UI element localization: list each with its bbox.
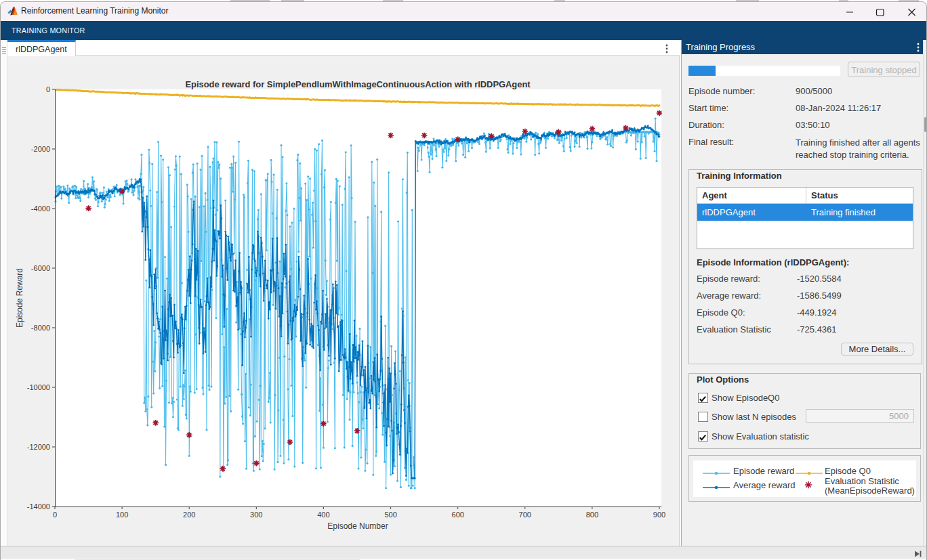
svg-text:400: 400 <box>317 511 329 519</box>
svg-text:800: 800 <box>586 511 598 519</box>
svg-text:-8000: -8000 <box>31 324 50 332</box>
svg-text:300: 300 <box>250 511 262 519</box>
svg-text:-2000: -2000 <box>31 145 50 153</box>
svg-text:200: 200 <box>183 511 195 519</box>
svg-text:500: 500 <box>384 511 396 519</box>
svg-text:700: 700 <box>519 511 531 519</box>
svg-text:Episode Number: Episode Number <box>327 521 388 531</box>
svg-text:-12000: -12000 <box>27 443 50 451</box>
svg-text:0: 0 <box>53 511 57 519</box>
svg-text:-4000: -4000 <box>31 204 50 213</box>
svg-text:0: 0 <box>46 85 50 93</box>
svg-text:-10000: -10000 <box>27 383 50 391</box>
svg-text:100: 100 <box>116 511 128 519</box>
svg-text:600: 600 <box>452 511 464 519</box>
svg-text:-14000: -14000 <box>27 502 50 511</box>
svg-text:Episode reward for SimplePendl: Episode reward for SimplePendlumWithImag… <box>185 79 531 89</box>
svg-text:900: 900 <box>653 511 665 519</box>
svg-text:Episode Reward: Episode Reward <box>15 268 24 328</box>
svg-text:-6000: -6000 <box>31 264 50 272</box>
